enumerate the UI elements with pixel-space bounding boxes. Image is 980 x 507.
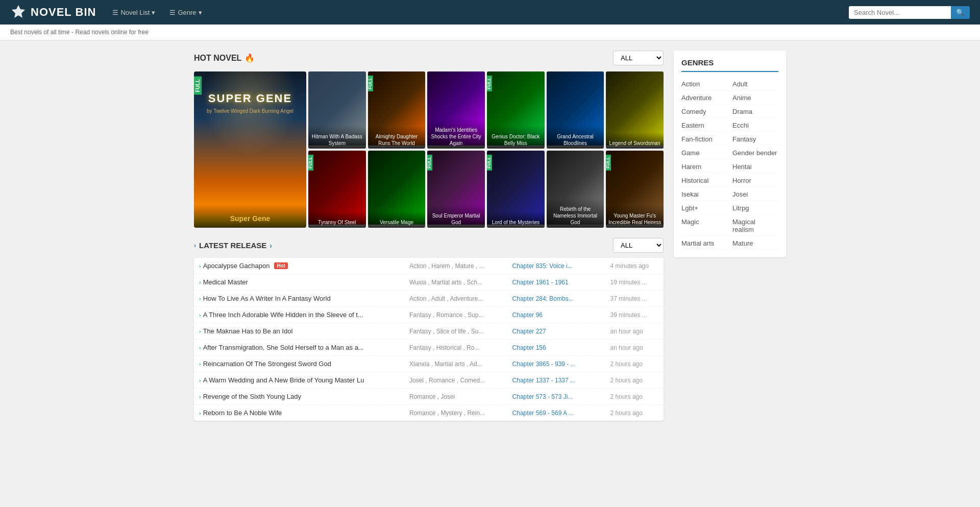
novel-name-3[interactable]: › A Three Inch Adorable Wife Hidden in t… xyxy=(199,311,399,319)
genre-item-left[interactable]: Adventure xyxy=(681,92,727,104)
chapter-link-1[interactable]: Chapter 1961 - 1961 xyxy=(512,279,569,286)
genre-item-left[interactable]: Historical xyxy=(681,175,727,187)
nav-genre[interactable]: ☰ Genre ▾ xyxy=(163,6,208,19)
chapter-link-2[interactable]: Chapter 284: Bombs... xyxy=(512,295,574,302)
genre-item-left[interactable]: Comedy xyxy=(681,106,727,118)
chapter-link-0[interactable]: Chapter 835: Voice i... xyxy=(512,262,573,270)
novel-name-0[interactable]: › Apocalypse Gachapon Hot xyxy=(199,262,399,270)
novel-card-9[interactable]: FULL Soul Emperor Martial God xyxy=(427,151,485,228)
site-name: NOVEL BIN xyxy=(31,6,96,19)
novel-name-4[interactable]: › The Maknae Has to Be an Idol xyxy=(199,327,399,335)
latest-table: › Apocalypse Gachapon Hot Action , Harem… xyxy=(194,258,664,421)
genre-text-9: Romance , Mystery , Rein... xyxy=(409,409,485,417)
novel-card-7[interactable]: FULL Tyranny Of Steel xyxy=(308,151,366,228)
novel-card-6[interactable]: Legend of Swordsman xyxy=(606,71,664,149)
hot-novel-grid: SUPER GENE by Twelve Winged Dark Burning… xyxy=(194,71,664,228)
genre-item-right[interactable]: Fantasy xyxy=(732,133,778,146)
novel-title-1: Hitman With A Badass System xyxy=(308,126,366,149)
novel-card-5[interactable]: Grand Ancestral Bloodlines xyxy=(547,71,604,149)
genre-item-right[interactable]: Litrpg xyxy=(732,202,778,214)
fire-icon: 🔥 xyxy=(244,53,255,63)
latest-filter[interactable]: ALL Chinese Korean Japanese English xyxy=(613,238,664,253)
table-row: › A Three Inch Adorable Wife Hidden in t… xyxy=(194,307,664,323)
novel-card-4[interactable]: FULL Genius Doctor: Black Belly Miss xyxy=(487,71,545,149)
genre-item-right[interactable]: Horror xyxy=(732,175,778,187)
genre-item-right[interactable]: Ecchi xyxy=(732,119,778,132)
genre-item-right[interactable]: Mature xyxy=(732,237,778,250)
genre-item-left[interactable]: Isekai xyxy=(681,188,727,201)
genre-item-right[interactable]: Adult xyxy=(732,78,778,90)
chapter-link-3[interactable]: Chapter 96 xyxy=(512,311,543,319)
genre-item-right[interactable]: Drama xyxy=(732,106,778,118)
chapter-link-7[interactable]: Chapter 1337 - 1337 ... xyxy=(512,377,575,384)
novel-title-text: Reborn to Be A Noble Wife xyxy=(203,409,282,417)
search-input[interactable] xyxy=(849,6,951,19)
genre-text-7: Josei , Romance , Comed... xyxy=(409,377,485,384)
hot-novel-main[interactable]: SUPER GENE by Twelve Winged Dark Burning… xyxy=(194,71,306,228)
hot-novel-filter[interactable]: ALL Chinese Korean Japanese English xyxy=(613,51,664,65)
subheader: Best novels of all time - Read novels on… xyxy=(0,25,980,40)
genre-item-left[interactable]: Eastern xyxy=(681,119,727,132)
novel-title-text: Revenge of the Sixth Young Lady xyxy=(203,393,301,400)
chapter-link-5[interactable]: Chapter 156 xyxy=(512,344,546,351)
genres-title: GENRES xyxy=(681,58,778,72)
time-text-6: 2 hours ago xyxy=(610,360,643,368)
genre-item-left[interactable]: Action xyxy=(681,78,727,90)
site-logo[interactable]: NOVEL BIN xyxy=(10,4,96,20)
latest-title: › LATEST RELEASE › xyxy=(194,241,272,250)
novel-title-5: Grand Ancestral Bloodlines xyxy=(547,126,604,149)
navbar: NOVEL BIN ☰ Novel List ▾ ☰ Genre ▾ 🔍 xyxy=(0,0,980,25)
novel-name-6[interactable]: › Reincarnation Of The Strongest Sword G… xyxy=(199,360,399,368)
novel-name-5[interactable]: › After Transmigration, She Sold Herself… xyxy=(199,344,399,351)
genre-item-left[interactable]: Fan-fiction xyxy=(681,133,727,146)
novel-card-1[interactable]: Hitman With A Badass System xyxy=(308,71,366,149)
nav-novel-list[interactable]: ☰ Novel List ▾ xyxy=(106,6,161,19)
novel-name-7[interactable]: › A Warm Wedding and A New Bride of Youn… xyxy=(199,376,399,384)
chapter-link-9[interactable]: Chapter 569 - 569 A ... xyxy=(512,409,574,417)
genre-item-left[interactable]: Martial arts xyxy=(681,237,727,250)
novel-card-12[interactable]: FULL Young Master Fu's Incredible Real H… xyxy=(606,151,664,228)
novel-title-text: A Three Inch Adorable Wife Hidden in the… xyxy=(203,311,363,319)
genre-item-right[interactable]: Josei xyxy=(732,188,778,201)
novel-title-text: Apocalypse Gachapon xyxy=(203,262,270,270)
chapter-link-6[interactable]: Chapter 3865 - 939 - ... xyxy=(512,360,576,368)
genre-item-left[interactable]: Lgbt+ xyxy=(681,202,727,214)
table-row: › How To Live As A Writer In A Fantasy W… xyxy=(194,291,664,307)
novel-title-text: Medical Master xyxy=(203,278,248,286)
novel-badge-2: FULL xyxy=(368,76,373,91)
novel-name-9[interactable]: › Reborn to Be A Noble Wife xyxy=(199,409,399,417)
genre-item-right[interactable]: Anime xyxy=(732,92,778,104)
genre-item-left[interactable]: Harem xyxy=(681,161,727,173)
time-text-9: 2 hours ago xyxy=(610,409,643,417)
genre-item-left[interactable]: Game xyxy=(681,147,727,159)
novel-card-3[interactable]: Madam's Identities Shocks the Entire Cit… xyxy=(427,71,485,149)
novel-name-2[interactable]: › How To Live As A Writer In A Fantasy W… xyxy=(199,295,399,302)
genre-item-right[interactable]: Magical realism xyxy=(732,216,778,236)
hot-novel-title: HOT NOVEL 🔥 xyxy=(194,53,255,63)
genre-item-left[interactable]: Magic xyxy=(681,216,727,236)
genre-item-right[interactable]: Hentai xyxy=(732,161,778,173)
genre-text-2: Action , Adult , Adventure... xyxy=(409,295,483,302)
novel-card-11[interactable]: Rebirth of the Nameless Immortal God xyxy=(547,151,604,228)
latest-header: › LATEST RELEASE › ALL Chinese Korean Ja… xyxy=(194,238,664,253)
search-button[interactable]: 🔍 xyxy=(951,6,970,19)
super-gene-author: by Twelve Winged Dark Burning Angel xyxy=(194,108,306,114)
novel-card-10[interactable]: FULL Lord of the Mysteries xyxy=(487,151,545,228)
chevron-icon: › xyxy=(199,394,201,400)
novel-card-8[interactable]: Versatile Mage xyxy=(368,151,426,228)
chevron-icon: › xyxy=(199,328,201,334)
novel-title-6: Legend of Swordsman xyxy=(606,132,664,149)
chapter-link-4[interactable]: Chapter 227 xyxy=(512,328,546,335)
super-gene-title-art: SUPER GENE xyxy=(194,92,306,105)
table-row: › Revenge of the Sixth Young Lady Romanc… xyxy=(194,389,664,405)
novel-name-8[interactable]: › Revenge of the Sixth Young Lady xyxy=(199,393,399,400)
chapter-link-8[interactable]: Chapter 573 - 573 Ji... xyxy=(512,393,573,400)
nav-links: ☰ Novel List ▾ ☰ Genre ▾ xyxy=(106,6,208,19)
genre-item-right[interactable]: Gender bender xyxy=(732,147,778,159)
novel-card-2[interactable]: FULL Almighty Daughter Runs The World xyxy=(368,71,426,149)
chevron-icon: › xyxy=(199,377,201,383)
novel-title-text: After Transmigration, She Sold Herself t… xyxy=(203,344,364,351)
novel-name-1[interactable]: › Medical Master xyxy=(199,278,399,286)
super-gene-title: Super Gene xyxy=(194,204,306,228)
genre-text-1: Wuxia , Martial arts , Sch... xyxy=(409,279,482,286)
